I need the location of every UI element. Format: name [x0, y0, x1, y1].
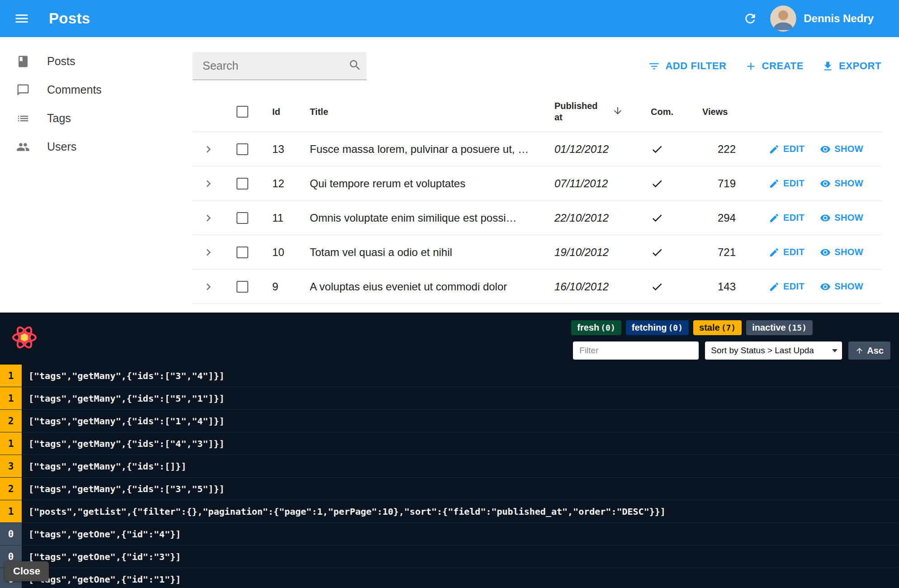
sidebar-item-tags[interactable]: Tags: [0, 104, 193, 133]
row-checkbox[interactable]: [237, 281, 248, 293]
menu-icon[interactable]: [14, 10, 30, 27]
expand-row-icon[interactable]: [193, 177, 224, 190]
table-row[interactable]: 12 Qui tempore rerum et voluptates 07/11…: [193, 166, 881, 201]
cell-id: 9: [260, 280, 301, 293]
edit-button[interactable]: EDIT: [769, 281, 804, 292]
query-row[interactable]: 1 ["tags","getMany",{"ids":["5","1"]}]: [0, 387, 899, 410]
expand-row-icon[interactable]: [193, 280, 224, 294]
sidebar-item-posts[interactable]: Posts: [0, 47, 193, 76]
row-checkbox[interactable]: [237, 143, 248, 155]
query-row[interactable]: 2 ["tags","getMany",{"ids":["1","4"]}]: [0, 410, 899, 432]
refresh-icon[interactable]: [743, 11, 757, 26]
create-label: CREATE: [762, 60, 804, 72]
header-title[interactable]: Title: [301, 107, 550, 117]
query-row[interactable]: 1 ["tags","getMany",{"ids":["4","3"]}]: [0, 432, 899, 455]
edit-button[interactable]: EDIT: [769, 144, 804, 155]
app-window: Posts Dennis Nedry Posts: [0, 0, 899, 588]
query-row[interactable]: 0 ["tags","getOne",{"id":"3"}]: [0, 545, 899, 568]
add-filter-button[interactable]: ADD FILTER: [648, 60, 726, 72]
cell-title: Omnis voluptate enim similique est possi…: [301, 212, 550, 224]
content-area: Posts Comments Tags Users: [0, 37, 899, 313]
query-row[interactable]: 3 ["tags","getMany",{"ids":[]}]: [0, 455, 899, 478]
status-badge-fresh[interactable]: fresh(0): [571, 320, 621, 335]
observer-count-badge: 1: [0, 432, 22, 455]
table-row[interactable]: 9 A voluptas eius eveniet ut commodi dol…: [193, 270, 881, 304]
commentable-check-icon: [645, 212, 695, 224]
devtools-close-button[interactable]: Close: [5, 561, 49, 581]
create-button[interactable]: CREATE: [745, 60, 804, 72]
devtools-filter-input[interactable]: [573, 341, 699, 360]
pencil-icon: [769, 281, 780, 292]
query-row[interactable]: 1 ["posts","getList",{"filter":{},"pagin…: [0, 500, 899, 523]
list-toolbar: ADD FILTER CREATE EXPORT: [193, 52, 881, 80]
table-row[interactable]: 10 Totam vel quasi a odio et nihil 19/10…: [193, 235, 881, 270]
header-id[interactable]: Id: [260, 107, 301, 117]
pencil-icon: [769, 247, 780, 258]
expand-row-icon[interactable]: [193, 211, 224, 225]
cell-id: 11: [260, 212, 301, 224]
observer-count-badge: 1: [0, 387, 22, 409]
query-key: ["tags","getMany",{"ids":["3","4"]}]: [22, 365, 224, 387]
sort-direction-button[interactable]: Asc: [848, 341, 890, 360]
show-button[interactable]: SHOW: [820, 247, 863, 258]
sort-desc-icon[interactable]: [612, 105, 623, 119]
header-published-at[interactable]: Published at: [550, 100, 645, 123]
cell-views: 721: [695, 246, 758, 259]
search-field[interactable]: [193, 52, 367, 80]
header-commentable[interactable]: Com.: [645, 107, 695, 117]
expand-row-icon[interactable]: [193, 142, 224, 156]
show-button[interactable]: SHOW: [820, 281, 863, 292]
sidebar-item-label: Comments: [47, 83, 102, 96]
sidebar-item-comments[interactable]: Comments: [0, 76, 193, 104]
edit-button[interactable]: EDIT: [769, 213, 804, 223]
cell-views: 294: [695, 212, 758, 224]
sidebar-item-label: Tags: [47, 112, 71, 125]
clipped-table-row: [193, 304, 881, 313]
sidebar-item-users[interactable]: Users: [0, 133, 193, 161]
select-all-checkbox[interactable]: [237, 106, 248, 118]
query-key: ["tags","getMany",{"ids":[]}]: [22, 455, 186, 477]
sidebar: Posts Comments Tags Users: [0, 37, 193, 313]
query-row[interactable]: 2 ["tags","getMany",{"ids":["3","5"]}]: [0, 478, 899, 500]
row-checkbox[interactable]: [237, 178, 248, 190]
pencil-icon: [769, 213, 780, 223]
status-badge-stale[interactable]: stale(7): [693, 320, 742, 335]
download-icon: [822, 60, 834, 72]
status-badge-inactive[interactable]: inactive(15): [746, 320, 813, 335]
cell-views: 143: [695, 280, 758, 293]
status-badge-fetching[interactable]: fetching(0): [626, 320, 689, 335]
search-input[interactable]: [203, 59, 348, 72]
cell-title: Fusce massa lorem, pulvinar a posuere ut…: [301, 143, 550, 156]
cell-id: 10: [260, 246, 301, 259]
table-header-row: Id Title Published at Com. Views: [193, 92, 881, 132]
edit-button[interactable]: EDIT: [769, 178, 804, 189]
book-icon: [16, 55, 30, 68]
export-label: EXPORT: [839, 60, 881, 72]
chevron-down-icon: [832, 349, 837, 352]
export-button[interactable]: EXPORT: [822, 60, 881, 72]
avatar[interactable]: [770, 5, 796, 32]
row-checkbox[interactable]: [237, 212, 248, 224]
eye-icon: [820, 247, 831, 258]
observer-count-badge: 1: [0, 365, 22, 387]
comment-icon: [16, 83, 30, 97]
show-button[interactable]: SHOW: [820, 213, 863, 223]
query-row[interactable]: 1 ["tags","getMany",{"ids":["3","4"]}]: [0, 365, 899, 387]
header-views[interactable]: Views: [695, 107, 758, 117]
edit-button[interactable]: EDIT: [769, 247, 804, 258]
search-icon: [348, 58, 362, 74]
table-row[interactable]: 11 Omnis voluptate enim similique est po…: [193, 201, 881, 235]
eye-icon: [820, 281, 831, 292]
row-checkbox[interactable]: [237, 247, 248, 258]
query-row[interactable]: 0 ["tags","getOne",{"id":"1"}]: [0, 568, 899, 588]
query-key: ["tags","getMany",{"ids":["3","5"]}]: [22, 478, 224, 500]
expand-row-icon[interactable]: [193, 246, 224, 259]
posts-table: Id Title Published at Com. Views: [193, 92, 881, 313]
query-row[interactable]: 0 ["tags","getOne",{"id":"4"}]: [0, 523, 899, 545]
cell-published-at: 19/10/2012: [550, 246, 645, 259]
show-button[interactable]: SHOW: [820, 178, 863, 189]
table-row[interactable]: 13 Fusce massa lorem, pulvinar a posuere…: [193, 132, 881, 166]
pencil-icon: [769, 144, 780, 155]
show-button[interactable]: SHOW: [820, 144, 863, 155]
sort-select[interactable]: Sort by Status > Last Upda: [705, 341, 842, 360]
